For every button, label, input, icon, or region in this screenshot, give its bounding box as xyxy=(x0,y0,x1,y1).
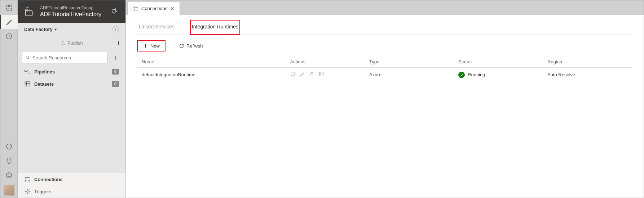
rail-notifications[interactable] xyxy=(0,154,18,168)
icon-rail xyxy=(0,0,18,198)
status-running-icon xyxy=(458,72,465,78)
publish-info-icon[interactable]: i xyxy=(118,40,119,46)
publish-label: Publish xyxy=(67,40,83,46)
sidebar-item-triggers[interactable]: Triggers xyxy=(18,185,125,198)
doc-tab-title: Connections xyxy=(141,6,167,11)
resource-group-label: ADFTutorialResourceGroup xyxy=(40,5,110,10)
cell-status: Running xyxy=(458,72,539,78)
svg-point-7 xyxy=(10,175,10,175)
svg-point-5 xyxy=(6,173,12,178)
col-type[interactable]: Type xyxy=(365,56,454,68)
svg-point-6 xyxy=(8,175,8,175)
root-info-icon[interactable]: i xyxy=(113,26,119,32)
refresh-label: Refresh xyxy=(186,43,203,49)
rail-monitor[interactable] xyxy=(0,29,18,44)
svg-point-16 xyxy=(27,191,28,193)
code-action-icon[interactable] xyxy=(318,71,324,78)
new-button-highlight: New xyxy=(137,41,165,51)
subtab-bar: Linked Services Integration Runtimes xyxy=(137,20,632,35)
col-name[interactable]: Name xyxy=(137,56,286,68)
connections-icon xyxy=(24,176,31,183)
edit-action-icon[interactable] xyxy=(300,71,305,78)
pipeline-count: 0 xyxy=(112,69,119,75)
rail-overview[interactable] xyxy=(0,0,18,15)
monitor-action-icon[interactable] xyxy=(290,71,296,78)
svg-point-20 xyxy=(137,9,138,10)
new-button[interactable]: New xyxy=(137,41,165,51)
connections-icon xyxy=(133,6,138,12)
cell-actions xyxy=(290,71,361,78)
svg-rect-11 xyxy=(25,82,30,86)
svg-rect-1 xyxy=(9,5,12,7)
content: Linked Services Integration Runtimes New… xyxy=(126,15,644,198)
sidebar-item-label: Pipelines xyxy=(34,69,55,75)
sidebar-item-pipelines[interactable]: Pipelines 0 xyxy=(18,66,125,78)
search-resources[interactable] xyxy=(22,52,107,63)
sidebar: ADFTutorialResourceGroup ADFTutorialHive… xyxy=(18,0,126,198)
col-status[interactable]: Status xyxy=(454,56,543,68)
cell-type: Azure xyxy=(365,68,454,82)
plus-icon xyxy=(143,43,148,49)
svg-point-18 xyxy=(137,6,138,8)
user-avatar[interactable] xyxy=(4,185,14,195)
pin-button[interactable] xyxy=(110,6,119,17)
svg-point-15 xyxy=(28,180,30,181)
dataset-icon xyxy=(24,81,31,87)
chevron-down-icon: ▾ xyxy=(55,27,57,31)
sidebar-bottom: Connections Triggers xyxy=(18,173,125,198)
status-text: Running xyxy=(468,72,485,77)
cell-region: Auto Resolve xyxy=(543,68,632,82)
sidebar-item-datasets[interactable]: Datasets 0 xyxy=(18,78,125,90)
doc-tab-host: Connections ✕ xyxy=(126,0,644,15)
cell-name: defaultIntegrationRuntime xyxy=(137,68,286,82)
delete-action-icon[interactable] xyxy=(309,71,315,78)
doc-tab-connections[interactable]: Connections ✕ xyxy=(127,2,180,15)
root-node[interactable]: Data Factory ▾ i xyxy=(18,23,125,36)
pipeline-icon xyxy=(24,68,31,75)
factory-icon xyxy=(24,6,35,18)
runtimes-table: Name Actions Type Status Region defaultI… xyxy=(137,56,632,82)
svg-rect-0 xyxy=(6,5,8,7)
svg-point-19 xyxy=(134,9,135,10)
col-actions[interactable]: Actions xyxy=(286,56,365,68)
svg-point-17 xyxy=(134,6,135,8)
close-icon[interactable]: ✕ xyxy=(170,6,175,12)
svg-point-13 xyxy=(28,177,30,178)
table-row[interactable]: defaultIntegrationRuntime Azure xyxy=(137,68,632,82)
new-label: New xyxy=(150,43,160,49)
svg-rect-2 xyxy=(6,8,12,10)
sidebar-item-connections[interactable]: Connections xyxy=(18,173,125,185)
factory-name-label: ADFTutorialHiveFactory xyxy=(40,11,110,18)
publish-button[interactable]: Publish xyxy=(18,36,125,50)
root-label: Data Factory xyxy=(24,27,53,32)
rail-author[interactable] xyxy=(0,15,18,29)
rail-feedback[interactable] xyxy=(0,168,18,183)
tab-integration-runtimes[interactable]: Integration Runtimes xyxy=(190,20,240,35)
toolbar: New Refresh xyxy=(137,39,632,56)
add-resource-button[interactable]: ＋ xyxy=(110,52,121,63)
tab-linked-services[interactable]: Linked Services xyxy=(137,20,176,35)
triggers-icon xyxy=(24,188,31,195)
svg-rect-10 xyxy=(28,72,30,73)
dataset-count: 0 xyxy=(112,81,119,87)
svg-rect-9 xyxy=(25,70,27,72)
sidebar-header: ADFTutorialResourceGroup ADFTutorialHive… xyxy=(18,0,125,23)
sidebar-item-label: Datasets xyxy=(34,81,54,87)
refresh-button[interactable]: Refresh xyxy=(174,41,208,51)
sidebar-item-label: Connections xyxy=(34,177,63,182)
rail-info[interactable] xyxy=(0,139,18,154)
col-region[interactable]: Region xyxy=(543,56,632,68)
svg-point-12 xyxy=(25,177,26,178)
svg-point-14 xyxy=(25,180,26,181)
search-icon xyxy=(25,55,30,60)
svg-point-8 xyxy=(26,56,28,58)
refresh-icon xyxy=(179,43,184,49)
main-area: Connections ✕ Linked Services Integratio… xyxy=(126,0,644,198)
search-input[interactable] xyxy=(32,55,104,60)
sidebar-item-label: Triggers xyxy=(34,189,51,194)
